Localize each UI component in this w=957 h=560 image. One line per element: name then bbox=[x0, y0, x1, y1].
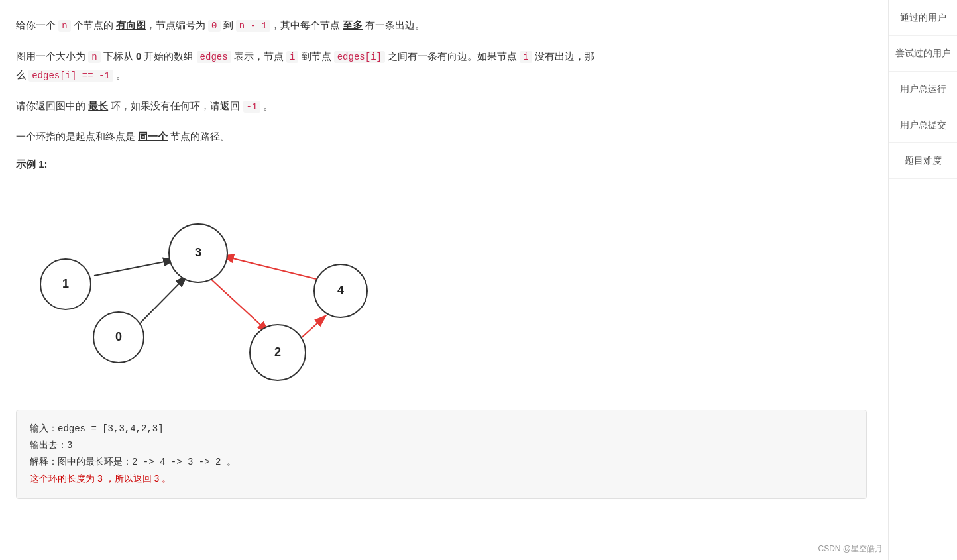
edge-3-2 bbox=[209, 278, 269, 333]
sidebar-item-passed-users[interactable]: 通过的用户 bbox=[889, 0, 957, 36]
paragraph-4: 一个环指的是起点和终点是 同一个 节点的路径。 bbox=[16, 127, 867, 146]
node-4-label: 4 bbox=[337, 284, 344, 297]
bold-zuichang: 最长 bbox=[88, 100, 108, 111]
code-line-4: 这个环的长度为 3 ，所以返回 3 。 bbox=[30, 471, 853, 487]
paragraph-2: 图用一个大小为 n 下标从 0 开始的数组 edges 表示，节点 i 到节点 … bbox=[16, 47, 867, 85]
example-title: 示例 1: bbox=[16, 158, 867, 171]
csdn-footer: CSDN @星空皓月 bbox=[818, 543, 883, 555]
inline-i1: i bbox=[286, 51, 298, 63]
inline-edgesi2: edges[i] == -1 bbox=[28, 70, 113, 82]
sidebar-item-total-submits[interactable]: 用户总提交 bbox=[889, 107, 957, 143]
inline-n-minus-1: n - 1 bbox=[236, 20, 270, 32]
code-line-3-label: 解释： bbox=[30, 457, 58, 467]
paragraph-3: 请你返回图中的 最长 环，如果没有任何环，请返回 -1 。 bbox=[16, 97, 867, 116]
bold-directed-graph: 有向图 bbox=[116, 19, 146, 30]
code-line-2: 输出去：3 bbox=[30, 437, 853, 454]
sidebar-item-difficulty[interactable]: 题目难度 bbox=[889, 143, 957, 179]
inline-zero: 0 bbox=[208, 20, 220, 32]
sidebar-item-total-runs[interactable]: 用户总运行 bbox=[889, 72, 957, 107]
inline-edges: edges bbox=[197, 51, 231, 63]
edge-1-3 bbox=[94, 260, 175, 276]
graph-svg: 1 0 3 4 2 bbox=[16, 182, 387, 387]
main-content: 给你一个 n 个节点的 有向图，节点编号为 0 到 n - 1，其中每个节点 至… bbox=[0, 0, 888, 560]
inline-n1: n bbox=[58, 20, 70, 32]
code-line-3: 解释：图中的最长环是：2 -> 4 -> 3 -> 2 。 bbox=[30, 454, 853, 471]
inline-i2: i bbox=[520, 51, 532, 63]
node-0-label: 0 bbox=[115, 330, 122, 343]
node-1-label: 1 bbox=[62, 277, 69, 290]
code-line-1: 输入：edges = [3,3,4,2,3] bbox=[30, 421, 853, 437]
sidebar: 通过的用户 尝试过的用户 用户总运行 用户总提交 题目难度 bbox=[888, 0, 957, 560]
node-2-label: 2 bbox=[274, 345, 281, 359]
edge-2-4 bbox=[300, 315, 326, 339]
edge-0-3 bbox=[141, 276, 187, 323]
code-block: 输入：edges = [3,3,4,2,3] 输出去：3 解释：图中的最长环是：… bbox=[16, 410, 867, 499]
inline-edgesi1: edges[i] bbox=[334, 51, 385, 63]
sidebar-item-tried-users[interactable]: 尝试过的用户 bbox=[889, 36, 957, 72]
inline-minus1: -1 bbox=[243, 101, 261, 113]
bold-zhiduo: 至多 bbox=[343, 19, 363, 30]
node-3-label: 3 bbox=[195, 246, 201, 259]
bold-zero2: 0 bbox=[136, 50, 141, 62]
paragraph-1: 给你一个 n 个节点的 有向图，节点编号为 0 到 n - 1，其中每个节点 至… bbox=[16, 16, 867, 35]
inline-n2: n bbox=[88, 51, 100, 63]
edge-4-3 bbox=[222, 256, 319, 280]
graph-container: 1 0 3 4 2 bbox=[16, 182, 387, 394]
bold-tongyige: 同一个 bbox=[138, 131, 168, 142]
code-line-3-text: 图中的最长环是：2 -> 4 -> 3 -> 2 。 bbox=[58, 457, 236, 467]
